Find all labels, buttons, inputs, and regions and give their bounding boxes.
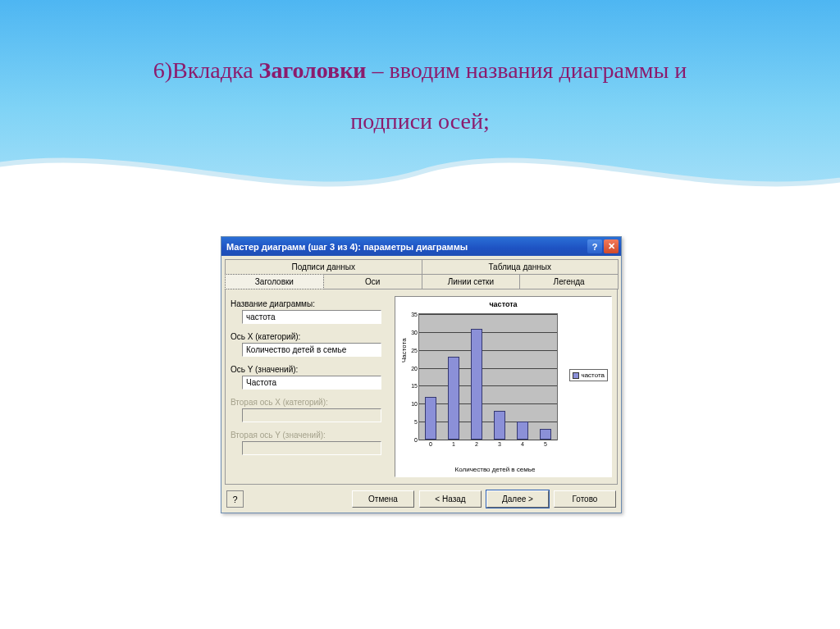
chart-legend: частота xyxy=(569,369,609,381)
y-tick: 15 xyxy=(411,383,418,389)
legend-label: частота xyxy=(582,371,605,379)
bar xyxy=(425,397,436,440)
x2-axis-input xyxy=(242,408,381,422)
y-axis-input[interactable] xyxy=(242,376,381,390)
legend-swatch xyxy=(573,372,579,379)
x-tick: 5 xyxy=(544,441,547,447)
chart-preview: частота Частота 05101520253035012345 час… xyxy=(395,296,612,477)
x-tick: 4 xyxy=(521,441,524,447)
x-tick: 1 xyxy=(452,441,455,447)
form-column: Название диаграммы: Ось X (категорий): О… xyxy=(231,296,388,477)
bar xyxy=(448,357,459,440)
gridline xyxy=(419,332,557,333)
help-icon: ? xyxy=(232,495,237,504)
x2-axis-label: Вторая ось X (категорий): xyxy=(231,398,388,407)
tab-panel: Название диаграммы: Ось X (категорий): О… xyxy=(225,289,618,485)
bar xyxy=(540,429,551,440)
button-row: ? Отмена < Назад Далее > Готово xyxy=(226,490,616,508)
gridline xyxy=(419,314,557,315)
y-tick: 30 xyxy=(411,329,418,335)
titlebar-text: Мастер диаграмм (шаг 3 из 4): параметры … xyxy=(226,242,468,252)
gridline xyxy=(419,368,557,369)
dialog-help-button[interactable]: ? xyxy=(226,490,244,508)
plot-area: 05101520253035012345 xyxy=(418,313,558,440)
title-bold: Заголовки xyxy=(259,57,367,83)
close-icon: ✕ xyxy=(608,241,615,252)
y2-axis-input xyxy=(242,441,381,455)
x-axis-title: Количество детей в семье xyxy=(428,466,562,473)
x-axis-label: Ось X (категорий): xyxy=(231,332,388,341)
bar xyxy=(494,411,505,440)
x-tick: 2 xyxy=(475,441,478,447)
y-tick: 25 xyxy=(411,347,418,353)
gridline xyxy=(419,440,557,440)
title-line2: подписи осей; xyxy=(350,108,489,134)
slide-title: 6)Вкладка Заголовки – вводим названия ди… xyxy=(0,45,840,146)
chart-title-label: Название диаграммы: xyxy=(231,299,388,308)
gridline xyxy=(419,422,557,422)
tab-data-labels[interactable]: Подписи данных xyxy=(225,259,422,274)
y-axis-label: Ось Y (значений): xyxy=(231,365,388,374)
help-icon: ? xyxy=(592,242,598,252)
bar xyxy=(471,329,482,440)
cancel-button[interactable]: Отмена xyxy=(352,490,414,508)
x-axis-input[interactable] xyxy=(242,343,381,357)
titlebar[interactable]: Мастер диаграмм (шаг 3 из 4): параметры … xyxy=(221,237,621,256)
help-button[interactable]: ? xyxy=(587,239,602,253)
gridline xyxy=(419,403,557,404)
tab-legend[interactable]: Легенда xyxy=(519,274,619,289)
chart-title-input[interactable] xyxy=(242,310,381,324)
gridline xyxy=(419,385,557,386)
x-tick: 3 xyxy=(498,441,501,447)
title-prefix: 6)Вкладка xyxy=(153,57,259,83)
chart-wizard-dialog: Мастер диаграмм (шаг 3 из 4): параметры … xyxy=(221,236,622,513)
y2-axis-label: Вторая ось Y (значений): xyxy=(231,431,388,440)
gridline xyxy=(419,350,557,351)
y-tick: 35 xyxy=(411,312,418,317)
tab-titles[interactable]: Заголовки xyxy=(225,274,324,289)
y-tick: 0 xyxy=(414,437,418,443)
y-axis-title: Частота xyxy=(400,338,408,362)
next-button[interactable]: Далее > xyxy=(486,490,549,508)
finish-button[interactable]: Готово xyxy=(554,490,616,508)
tab-data-table[interactable]: Таблица данных xyxy=(422,259,619,274)
y-tick: 5 xyxy=(414,419,418,425)
y-tick: 10 xyxy=(411,401,418,407)
title-suffix1: – вводим названия диаграммы и xyxy=(366,57,687,83)
x-tick: 0 xyxy=(429,441,432,447)
y-tick: 20 xyxy=(411,365,418,371)
tab-axes[interactable]: Оси xyxy=(323,274,422,289)
close-button[interactable]: ✕ xyxy=(604,239,619,253)
bar xyxy=(517,422,528,440)
back-button[interactable]: < Назад xyxy=(419,490,482,508)
chart-preview-title: частота xyxy=(397,300,609,308)
tab-gridlines[interactable]: Линии сетки xyxy=(422,274,521,289)
